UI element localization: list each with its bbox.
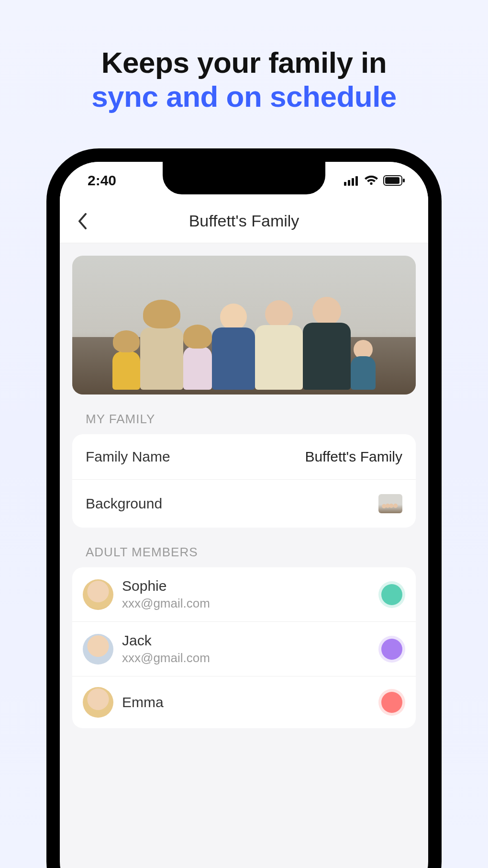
member-color-dot[interactable]: [381, 584, 402, 605]
svg-rect-2: [352, 178, 354, 186]
status-icons: [344, 175, 405, 186]
member-row[interactable]: Emma: [72, 676, 416, 728]
my-family-card: Family Name Buffett's Family Background: [72, 434, 416, 528]
cellular-icon: [344, 175, 359, 186]
background-row[interactable]: Background: [72, 479, 416, 528]
svg-rect-3: [355, 176, 358, 186]
marketing-headline: Keeps your family in sync and on schedul…: [0, 0, 488, 114]
svg-rect-0: [344, 182, 346, 186]
nav-bar: Buffett's Family: [60, 199, 428, 243]
section-header-adult-members: ADULT MEMBERS: [72, 545, 416, 560]
back-button[interactable]: [72, 211, 93, 232]
member-info: Sophiexxx@gmail.com: [122, 578, 381, 611]
family-name-value: Buffett's Family: [305, 449, 402, 465]
background-thumbnail: [378, 494, 402, 513]
phone-screen: 2:40 Buffett's Family: [60, 162, 428, 868]
member-name: Jack: [122, 632, 381, 649]
headline-line-2: sync and on schedule: [0, 79, 488, 113]
headline-line-1: Keeps your family in: [0, 45, 488, 79]
svg-rect-6: [403, 179, 405, 182]
avatar: [83, 634, 113, 665]
member-info: Jackxxx@gmail.com: [122, 632, 381, 665]
member-row[interactable]: Jackxxx@gmail.com: [72, 621, 416, 676]
page-title: Buffett's Family: [189, 212, 299, 230]
member-color-dot[interactable]: [381, 692, 402, 713]
screen-content: MY FAMILY Family Name Buffett's Family B…: [60, 256, 428, 728]
family-name-label: Family Name: [86, 449, 170, 465]
phone-frame: 2:40 Buffett's Family: [46, 148, 442, 868]
status-time: 2:40: [88, 172, 116, 189]
background-label: Background: [86, 496, 162, 512]
family-name-row[interactable]: Family Name Buffett's Family: [72, 434, 416, 479]
svg-rect-1: [348, 180, 350, 186]
member-email: xxx@gmail.com: [122, 596, 381, 611]
family-photo-banner[interactable]: [72, 256, 416, 395]
section-header-my-family: MY FAMILY: [72, 412, 416, 427]
member-email: xxx@gmail.com: [122, 651, 381, 665]
svg-rect-5: [385, 177, 399, 184]
avatar: [83, 687, 113, 718]
avatar: [83, 579, 113, 610]
chevron-left-icon: [78, 213, 88, 229]
member-name: Sophie: [122, 578, 381, 594]
member-color-dot[interactable]: [381, 639, 402, 660]
wifi-icon: [364, 175, 378, 186]
adult-members-card: Sophiexxx@gmail.comJackxxx@gmail.comEmma: [72, 567, 416, 728]
member-row[interactable]: Sophiexxx@gmail.com: [72, 567, 416, 621]
battery-icon: [383, 175, 405, 186]
member-name: Emma: [122, 694, 381, 710]
device-notch: [163, 162, 325, 194]
member-info: Emma: [122, 694, 381, 710]
